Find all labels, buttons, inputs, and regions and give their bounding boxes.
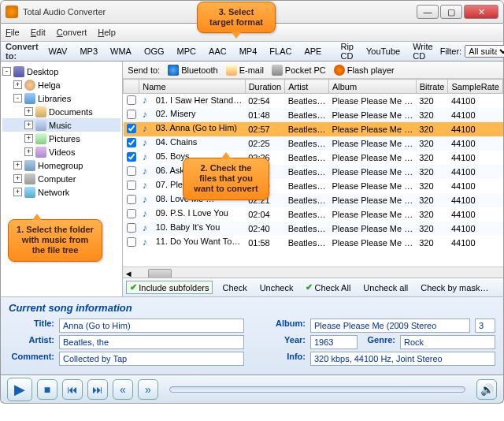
checkall-button[interactable]: ✔Check All	[302, 281, 354, 293]
rip-cd-button[interactable]: Rip CD	[335, 39, 359, 63]
send-to-label: Send to:	[128, 65, 160, 75]
progress-track[interactable]	[169, 386, 465, 393]
table-row[interactable]: 08. Love Me …02:21Beatles…Please Please …	[124, 193, 503, 207]
format-mp3[interactable]: MP3	[74, 44, 103, 58]
file-grid[interactable]: NameDurationArtistAlbumBitrateSampleRate…	[123, 79, 503, 296]
row-checkbox[interactable]	[127, 166, 136, 176]
tree-node[interactable]: +Network	[2, 185, 120, 199]
format-aac[interactable]: AAC	[203, 44, 232, 58]
menu-edit[interactable]: Edit	[31, 28, 46, 37]
expand-icon[interactable]: +	[24, 147, 33, 156]
row-checkbox[interactable]	[127, 181, 136, 190]
col-header[interactable]	[124, 80, 139, 94]
tree-node[interactable]: -Desktop	[2, 65, 120, 78]
col-header[interactable]: Album	[328, 80, 416, 94]
tree-label: Helga	[38, 80, 61, 90]
tree-node[interactable]: +Helga	[2, 78, 120, 91]
expand-icon[interactable]: +	[13, 80, 22, 89]
row-checkbox[interactable]	[127, 195, 136, 204]
expand-icon[interactable]: -	[13, 94, 22, 102]
table-row[interactable]: 11. Do You Want To…01:58Beatles…Please P…	[124, 236, 503, 250]
title-value[interactable]: Anna (Go to Him)	[59, 319, 244, 333]
format-wma[interactable]: WMA	[105, 44, 137, 58]
table-row[interactable]: 04. Chains02:25Beatles…Please Please Me …	[124, 136, 503, 151]
col-header[interactable]: SampleRate	[448, 80, 503, 94]
minimize-button[interactable]: —	[417, 5, 439, 19]
trackno-value[interactable]: 3	[475, 319, 495, 333]
table-row[interactable]: 03. Anna (Go to Him)02:57Beatles…Please …	[124, 122, 503, 136]
menu-help[interactable]: Help	[98, 28, 116, 37]
table-row[interactable]: 02. Misery01:48Beatles…Please Please Me …	[124, 108, 503, 122]
youtube-button[interactable]: YouTube	[361, 44, 406, 58]
tree-node[interactable]: +Videos	[2, 145, 120, 158]
expand-icon[interactable]: +	[24, 107, 33, 116]
format-wav[interactable]: WAV	[43, 44, 73, 58]
artist-value[interactable]: Beatles, the	[59, 335, 244, 349]
year-value[interactable]: 1963	[310, 335, 358, 349]
row-checkbox[interactable]	[127, 223, 136, 233]
format-mp4[interactable]: MP4	[234, 44, 263, 58]
col-header[interactable]: Duration	[245, 80, 285, 94]
write-cd-button[interactable]: Write CD	[407, 39, 438, 63]
expand-icon[interactable]: +	[13, 174, 22, 183]
expand-icon[interactable]: +	[13, 161, 22, 170]
filter-select[interactable]: All suitab	[465, 45, 504, 58]
tree-node[interactable]: -Libraries	[2, 91, 120, 105]
send-flash[interactable]: Flash player	[334, 65, 395, 76]
tree-node[interactable]: +Computer	[2, 172, 120, 185]
expand-icon[interactable]: +	[24, 134, 33, 143]
play-button[interactable]: ▶	[7, 378, 32, 401]
user-icon	[24, 80, 35, 91]
check-by-mask-button[interactable]: Check by mask…	[417, 282, 491, 293]
menu-file[interactable]: File	[6, 28, 20, 37]
table-row[interactable]: 05. Boys02:26Beatles…Please Please Me …3…	[124, 151, 503, 165]
volume-button[interactable]: 🔊	[476, 379, 497, 400]
format-ogg[interactable]: OGG	[139, 44, 170, 58]
stop-button[interactable]: ■	[37, 379, 57, 400]
expand-icon[interactable]: -	[2, 67, 11, 76]
row-checkbox[interactable]	[127, 124, 136, 133]
send-pocketpc[interactable]: Pocket PC	[272, 65, 326, 76]
format-flac[interactable]: FLAC	[264, 44, 297, 58]
row-checkbox[interactable]	[127, 95, 136, 105]
rewind-button[interactable]: «	[113, 379, 133, 400]
col-header[interactable]: Bitrate	[416, 80, 448, 94]
scrollbar-thumb[interactable]	[148, 269, 172, 278]
prev-button[interactable]: ⏮	[62, 379, 83, 400]
menu-convert[interactable]: Convert	[57, 28, 87, 37]
album-value[interactable]: Please Please Me (2009 Stereo	[310, 319, 470, 333]
table-row[interactable]: 01. I Saw Her Stand…02:54Beatles…Please …	[124, 94, 503, 108]
send-bluetooth[interactable]: Bluetooth	[168, 65, 217, 76]
maximize-button[interactable]: ▢	[440, 5, 462, 19]
format-ape[interactable]: APE	[298, 44, 327, 58]
tree-node[interactable]: +Music	[2, 118, 120, 132]
uncheckall-button[interactable]: Uncheck all	[360, 282, 411, 293]
row-checkbox[interactable]	[127, 237, 136, 247]
expand-icon[interactable]: +	[24, 121, 33, 129]
check-button[interactable]: Check	[219, 282, 250, 293]
tree-node[interactable]: +Homegroup	[2, 158, 120, 172]
row-checkbox[interactable]	[127, 138, 136, 147]
col-header[interactable]: Artist	[285, 80, 329, 94]
genre-value[interactable]: Rock	[400, 335, 495, 349]
song-info-panel: Current song information Title:Anna (Go …	[0, 296, 504, 375]
row-checkbox[interactable]	[127, 209, 136, 218]
include-subfolders[interactable]: ✔Include subfolders	[126, 281, 213, 294]
comment-value[interactable]: Collected by Tap	[59, 352, 244, 366]
row-checkbox[interactable]	[127, 110, 136, 119]
next-button[interactable]: ⏭	[87, 379, 108, 400]
expand-icon[interactable]: +	[13, 188, 22, 196]
col-header[interactable]: Name	[139, 80, 245, 94]
forward-button[interactable]: »	[138, 379, 158, 400]
close-button[interactable]: ✕	[464, 5, 498, 19]
format-mpc[interactable]: MPC	[172, 44, 202, 58]
tree-node[interactable]: +Pictures	[2, 132, 120, 145]
tree-node[interactable]: +Documents	[2, 105, 120, 118]
table-row[interactable]: 09. P.S. I Love You02:04Beatles…Please P…	[124, 207, 503, 222]
table-row[interactable]: 06. Ask Me …02:26Beatles…Please Please M…	[124, 165, 503, 179]
row-checkbox[interactable]	[127, 152, 136, 162]
send-email[interactable]: E-mail	[226, 65, 264, 76]
uncheck-button[interactable]: Uncheck	[257, 282, 297, 293]
table-row[interactable]: 10. Baby It's You02:40Beatles…Please Ple…	[124, 222, 503, 236]
table-row[interactable]: 07. Please Pl…02:00Beatles…Please Please…	[124, 179, 503, 193]
